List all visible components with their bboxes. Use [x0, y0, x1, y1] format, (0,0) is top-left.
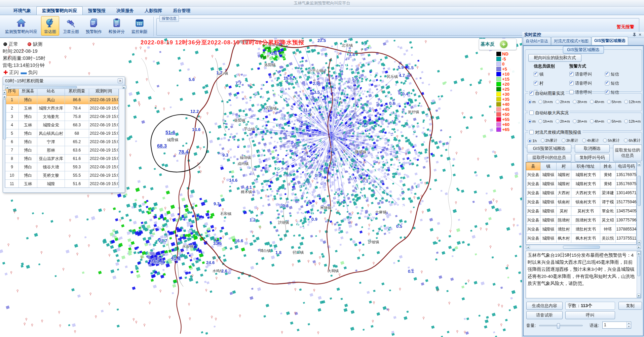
toolbar-button-home[interactable]: 监测预警靶向叫应 [2, 16, 40, 36]
radio-icon[interactable] [538, 100, 542, 104]
scroll-up-icon[interactable]: ▲ [637, 251, 641, 255]
contact-row[interactable]: 兴业县城隍镇莫村莫村支书覃金乾134575405 [526, 207, 637, 216]
warning-message-text[interactable]: 玉林市气象台19日5时15分发布暴雨橙色预警信号：4时以来兴业县城隍大西水库已出… [526, 251, 641, 298]
table-row[interactable]: 5博白凤山镇凤山村682022-08-19 15:00 [5, 129, 119, 138]
menu-tab-2[interactable]: 监测预警靶向叫应 [36, 6, 83, 15]
toolbar-button-score[interactable]: 检验评分 [106, 16, 128, 36]
add-layer-icon[interactable]: + [499, 40, 508, 49]
radio-icon[interactable] [538, 119, 542, 123]
table-row[interactable]: 2玉林城隍大西水库78.42022-08-19 15:00 [5, 104, 119, 113]
table-row[interactable]: 4玉林城隍金党68.32022-08-19 15:00 [5, 121, 119, 129]
checkbox-icon[interactable] [534, 81, 538, 85]
table-row[interactable]: 11玉林城隍51.62022-08-19 15:00 [5, 180, 119, 188]
table-row[interactable]: 3博白文地姜充75.82022-08-19 15:00 [5, 113, 119, 121]
table-row[interactable]: 8博白亚山温罗水库61.62022-08-19 15:00 [5, 155, 119, 163]
radio-option[interactable]: 4h+m [590, 100, 604, 104]
column-header[interactable]: 村 [557, 163, 571, 170]
message-vscrollbar[interactable]: ▲ ▼ [637, 251, 641, 298]
radio-option[interactable]: 3h+m [573, 100, 587, 104]
checkbox-icon[interactable] [529, 130, 534, 134]
radio-icon[interactable] [607, 100, 611, 104]
panel-tab-3[interactable]: GIS预警区域圈选 [592, 37, 628, 45]
radio-icon[interactable] [528, 139, 532, 143]
checkbox-icon[interactable] [529, 111, 534, 115]
scroll-right-icon[interactable]: ► [637, 245, 641, 249]
contact-table-vscrollbar[interactable]: ▲ ▼ [637, 162, 641, 245]
panel-tab-1[interactable]: 自动站+雷达 [523, 37, 551, 45]
radio-option[interactable]: 5h+m [607, 100, 621, 104]
radio-option[interactable]: 12h+m [624, 119, 641, 123]
contact-table[interactable]: 县镇村职务/地址姓名电话号码 兴业县城隍镇城隍村城隍村支书黄铸135176975… [526, 162, 637, 245]
rainfall-table-hscrollbar[interactable]: ◄ ► [5, 85, 126, 89]
voice-call-checkbox[interactable]: 语音呼叫 [569, 81, 592, 86]
column-header[interactable]: 职务/地址 [571, 163, 600, 170]
scroll-down-icon[interactable]: ▼ [637, 294, 641, 298]
menu-tab-6[interactable]: 后台管理 [167, 7, 196, 15]
scroll-thumb[interactable] [637, 256, 640, 276]
column-header[interactable]: 县 [526, 163, 540, 170]
radio-option[interactable]: 2h+m [556, 119, 570, 123]
menu-tab-1[interactable]: 环境气象 [8, 7, 36, 15]
radio-icon[interactable] [590, 100, 594, 104]
wind-actual-check[interactable]: 自动站极大风实况 [528, 110, 570, 116]
table-row[interactable]: 7博白那林63.62022-08-19 15:00 [5, 146, 119, 155]
toolbar-button-satellite[interactable]: 卫星云图 [60, 16, 82, 36]
close-icon[interactable]: ✕ [118, 78, 123, 83]
radio-option[interactable]: 4h+m [590, 119, 604, 123]
pin-icon[interactable] [632, 33, 637, 37]
extract-sms-button[interactable]: 提取发短信的信息员 [613, 144, 642, 161]
contact-table-hscrollbar[interactable]: ◄ ► [526, 245, 641, 249]
volume-slider[interactable] [539, 325, 583, 326]
voice-call-checkbox[interactable]: 语音呼叫 [569, 72, 592, 77]
sms-checkbox[interactable]: 短信 [605, 72, 619, 77]
radio-option[interactable]: 1h+m [538, 119, 553, 123]
radio-option[interactable]: 5h+m [607, 119, 621, 123]
radio-icon[interactable] [528, 100, 532, 104]
spin-up-icon[interactable]: ▲ [627, 322, 631, 325]
level-checkbox-镇[interactable]: 镇 [534, 72, 544, 77]
spin-down-icon[interactable]: ▼ [627, 325, 631, 329]
contact-row[interactable]: 兴业县城隍镇大西村大西村支书梁泽建130149571 [526, 188, 637, 198]
scroll-up-icon[interactable]: ▲ [637, 162, 641, 166]
contact-row[interactable]: 兴业县城隍镇塘肚村塘肚村支书钟塔137885534 [526, 225, 637, 234]
column-header[interactable]: 姓名 [600, 163, 616, 170]
radio-option[interactable]: m [528, 119, 536, 123]
checkbox-icon[interactable] [569, 81, 574, 85]
radio-icon[interactable] [582, 138, 586, 142]
radio-icon[interactable] [607, 119, 611, 123]
radio-option[interactable]: 2h累计 [541, 138, 558, 143]
voice-preview-button[interactable]: 语音试听 [526, 311, 563, 319]
contact-row[interactable]: 兴业县城隍镇镇南村镇南村支书谭于模151775946 [526, 198, 637, 207]
rainfall-table-window[interactable]: 03时~15时累积雨量 ✕ 序号所属县站名累积雨量观测时间 1博白凤山86.62… [3, 77, 125, 193]
radio-icon[interactable] [556, 100, 560, 104]
table-row[interactable]: 10博白英桥文黎55.52022-08-19 15:00 [5, 171, 119, 180]
contact-row[interactable]: 兴业县城隍镇枫木村枫木村支书吴以悦137375511 [526, 234, 637, 243]
menu-tab-5[interactable]: 人影指挥 [139, 7, 167, 15]
gis-select-button[interactable]: GIS预警区域圈选 [527, 144, 571, 153]
slider-thumb[interactable] [557, 323, 560, 329]
layer-selector[interactable]: 基本反 + [479, 39, 517, 50]
spinner-arrows[interactable]: ▲▼ [627, 322, 631, 328]
radio-icon[interactable] [624, 119, 628, 123]
table-row[interactable]: 9博白顿谷大塘59.32022-08-19 15:00 [5, 163, 119, 171]
level-checkbox-村[interactable]: 村 [534, 81, 544, 86]
toolbar-button-refresh[interactable]: 监控刷新 [128, 16, 151, 36]
radio-option[interactable]: 1h+m [538, 100, 553, 104]
radio-icon[interactable] [528, 119, 532, 123]
checkbox-icon[interactable] [534, 72, 538, 76]
radio-option[interactable]: 12h+m [624, 100, 641, 104]
checkbox-icon[interactable] [529, 91, 534, 95]
scroll-thumb[interactable] [3, 99, 6, 139]
rainfall-window-titlebar[interactable]: 03时~15时累积雨量 ✕ [3, 77, 125, 85]
radio-icon[interactable] [573, 119, 577, 123]
speed-spinner[interactable]: 1 ▲▼ [602, 322, 631, 329]
call-level-button[interactable]: 靶向叫应的级别和方式 [528, 54, 581, 62]
model-forecast-check[interactable]: 对流尺度模式降雨预报值 [528, 130, 582, 135]
radio-option[interactable]: 6h累计 [624, 138, 641, 143]
checkbox-icon[interactable] [605, 81, 609, 85]
radio-icon[interactable] [541, 138, 545, 142]
toolbar-button-radar[interactable]: 雷达图 [41, 16, 59, 36]
radio-option[interactable]: 2h+m [556, 100, 570, 104]
close-icon[interactable]: ✕ [638, 33, 642, 37]
copy-button[interactable]: 复制 [618, 302, 642, 310]
